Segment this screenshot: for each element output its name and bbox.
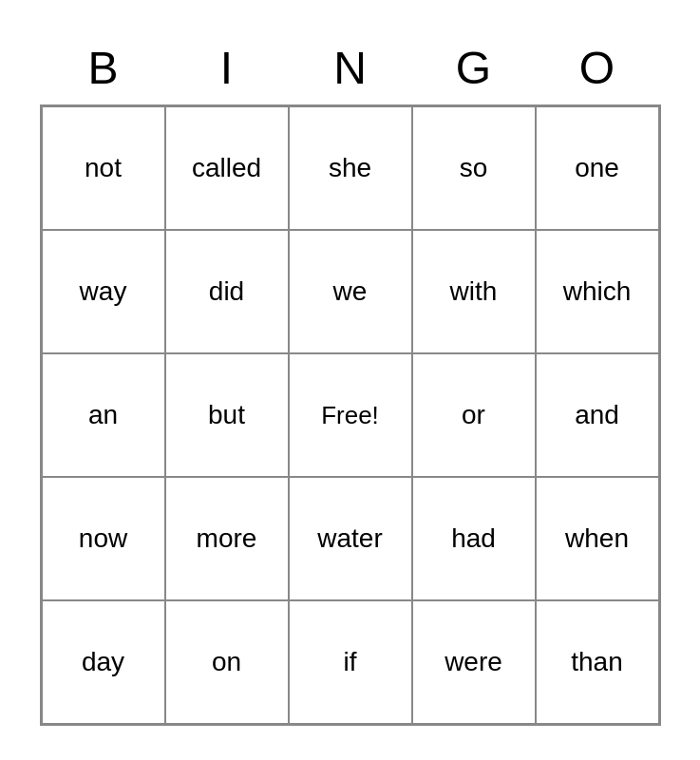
cell-r3-c3[interactable]: had: [412, 477, 536, 600]
header-letter-o: O: [536, 34, 659, 101]
cell-r1-c0[interactable]: way: [42, 230, 165, 353]
cell-r0-c0[interactable]: not: [42, 106, 165, 230]
cell-r4-c4[interactable]: than: [536, 600, 659, 724]
cell-r2-c4[interactable]: and: [536, 353, 659, 477]
cell-r1-c4[interactable]: which: [536, 230, 659, 353]
cell-r0-c1[interactable]: called: [165, 106, 289, 230]
bingo-card: BINGO notcalledshesoonewaydidwewithwhich…: [21, 15, 680, 745]
cell-r4-c0[interactable]: day: [42, 600, 165, 724]
header-letter-g: G: [412, 34, 536, 101]
cell-r1-c1[interactable]: did: [165, 230, 289, 353]
cell-r3-c1[interactable]: more: [165, 477, 289, 600]
cell-r3-c4[interactable]: when: [536, 477, 659, 600]
cell-r0-c3[interactable]: so: [412, 106, 536, 230]
cell-r3-c0[interactable]: now: [42, 477, 165, 600]
cell-r4-c3[interactable]: were: [412, 600, 536, 724]
bingo-header: BINGO: [42, 34, 659, 101]
cell-r1-c3[interactable]: with: [412, 230, 536, 353]
cell-r3-c2[interactable]: water: [289, 477, 412, 600]
cell-r2-c2[interactable]: Free!: [289, 353, 412, 477]
cell-r0-c2[interactable]: she: [289, 106, 412, 230]
cell-r4-c1[interactable]: on: [165, 600, 289, 724]
cell-r2-c1[interactable]: but: [165, 353, 289, 477]
cell-r2-c0[interactable]: an: [42, 353, 165, 477]
header-letter-i: I: [165, 34, 289, 101]
cell-r1-c2[interactable]: we: [289, 230, 412, 353]
cell-r2-c3[interactable]: or: [412, 353, 536, 477]
header-letter-n: N: [289, 34, 412, 101]
cell-r0-c4[interactable]: one: [536, 106, 659, 230]
cell-r4-c2[interactable]: if: [289, 600, 412, 724]
bingo-grid: notcalledshesoonewaydidwewithwhichanbutF…: [40, 104, 661, 726]
header-letter-b: B: [42, 34, 165, 101]
